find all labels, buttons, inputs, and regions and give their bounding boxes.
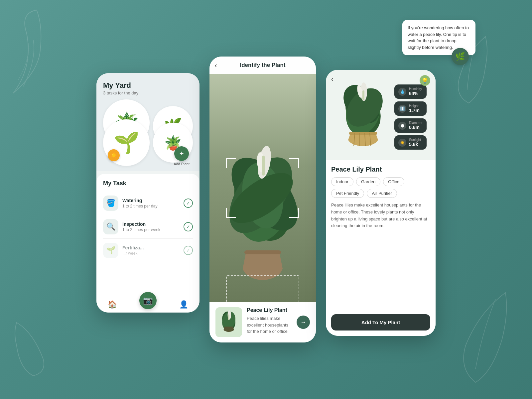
humidity-value: 64%	[409, 91, 423, 96]
bg-leaf-bl	[13, 319, 53, 379]
camera-view	[209, 74, 316, 302]
back-button[interactable]: ‹	[215, 62, 217, 69]
detail-plant-name: Peace Lily Plant	[331, 166, 430, 173]
detail-top: ‹ 💡	[326, 70, 436, 160]
plant-info-desc: Peace lilies make excellent houseplants …	[247, 315, 292, 335]
sun-badge: ☀️	[108, 149, 120, 161]
watering-icon: 🪣	[103, 196, 118, 211]
stats-column: 💧 Humidity 64% ℹ️ Height 1.7m	[394, 84, 427, 150]
task-inspection-check[interactable]: ✓	[184, 222, 193, 231]
arrow-button[interactable]: →	[297, 316, 310, 329]
home-icon: 🏠	[108, 300, 117, 309]
plant-thumbnail	[215, 307, 242, 337]
diameter-label: Diameter	[409, 121, 423, 125]
height-icon: ℹ️	[398, 105, 406, 113]
yard-subtitle: 3 tasks for the day	[103, 90, 193, 95]
nav-home[interactable]: 🏠	[108, 300, 117, 309]
tag-air-purifier[interactable]: Air Purifier	[367, 189, 397, 198]
phone-my-yard: My Yard 3 tasks for the day 🪴 💧 🌿	[96, 73, 200, 313]
task-inspection-name: Inspection	[122, 221, 180, 227]
bg-leaf-br	[446, 286, 512, 386]
task-watering-check[interactable]: ✓	[184, 199, 193, 208]
task-section-title: My Task	[103, 180, 193, 187]
diameter-value: 0.6m	[409, 125, 423, 130]
plant-info-name: Peace Lily Plant	[247, 307, 292, 313]
task-watering-name: Watering	[122, 198, 180, 203]
diameter-icon: ⬤	[398, 122, 406, 130]
task-inspection-freq: 1 to 2 times per week	[122, 227, 180, 232]
detail-description: Peace lilies make excellent houseplants …	[331, 202, 430, 229]
nav-scan[interactable]: 📷	[139, 292, 157, 309]
task-fertilize-freq: ...r week	[122, 251, 180, 256]
svg-rect-21	[349, 132, 377, 135]
profile-icon: 👤	[179, 300, 188, 309]
tooltip-icon: 🌿	[452, 48, 469, 65]
yard-title: My Yard	[103, 81, 193, 90]
tooltip-text: If you're wondering how often to water a…	[408, 25, 469, 50]
phone-plant-detail: ‹ 💡	[326, 70, 436, 336]
detail-back-button[interactable]: ‹	[331, 75, 333, 83]
svg-rect-13	[228, 314, 229, 320]
tag-garden[interactable]: Garden	[356, 177, 380, 186]
sunlight-icon: ☀️	[398, 139, 406, 147]
scan-frame-dashed	[226, 275, 299, 302]
sunlight-value: 5.8k	[409, 142, 423, 147]
bottom-nav: 🏠 📷 👤	[96, 295, 200, 313]
tags-row: Indoor Garden Office Pet Friendly Air Pu…	[331, 177, 430, 198]
tag-office[interactable]: Office	[383, 177, 404, 186]
tooltip-bubble: If you're wondering how often to water a…	[402, 20, 475, 55]
detail-plant-image	[336, 82, 390, 150]
add-to-my-plant-button[interactable]: Add To My Plant	[331, 314, 430, 331]
stat-diameter: ⬤ Diameter 0.6m	[394, 118, 427, 133]
tag-indoor[interactable]: Indoor	[331, 177, 353, 186]
stat-humidity: 💧 Humidity 64%	[394, 84, 427, 99]
identify-header: ‹ Identify the Plant	[209, 57, 316, 74]
task-inspection[interactable]: 🔍 Inspection 1 to 2 times per week ✓	[103, 215, 193, 239]
task-watering-freq: 1 to 2 times per day	[122, 204, 180, 208]
identify-title: Identify the Plant	[240, 62, 286, 68]
height-value: 1.7m	[409, 108, 423, 113]
scan-frame	[226, 158, 299, 218]
bg-leaf-tl	[7, 7, 66, 100]
phone-identify: ‹ Identify the Plant	[209, 57, 316, 342]
humidity-label: Humidity	[409, 87, 423, 91]
nav-profile[interactable]: 👤	[179, 300, 188, 309]
task-fertilize-name: Fertiliza...	[122, 245, 180, 250]
svg-rect-19	[362, 90, 364, 100]
tag-pet-friendly[interactable]: Pet Friendly	[331, 189, 364, 198]
scan-icon: 📷	[143, 296, 153, 305]
task-watering[interactable]: 🪣 Watering 1 to 2 times per day ✓	[103, 192, 193, 215]
plant-info-card: Peace Lily Plant Peace lilies make excel…	[209, 302, 316, 342]
task-fertilize-check[interactable]: ✓	[184, 246, 193, 255]
sunlight-label: Sunlight	[409, 138, 423, 142]
humidity-icon: 💧	[398, 88, 406, 96]
stat-sunlight: ☀️ Sunlight 5.8k	[394, 135, 427, 150]
add-plant-button[interactable]: + Add Plant	[174, 146, 190, 166]
height-label: Height	[409, 104, 423, 108]
fertilize-icon: 🌱	[103, 243, 118, 258]
stat-height: ℹ️ Height 1.7m	[394, 101, 427, 116]
detail-info-icon: 💡	[420, 75, 430, 86]
inspection-icon: 🔍	[103, 219, 118, 234]
task-fertilize[interactable]: 🌱 Fertiliza... ...r week ✓	[103, 239, 193, 262]
svg-rect-9	[244, 250, 281, 254]
